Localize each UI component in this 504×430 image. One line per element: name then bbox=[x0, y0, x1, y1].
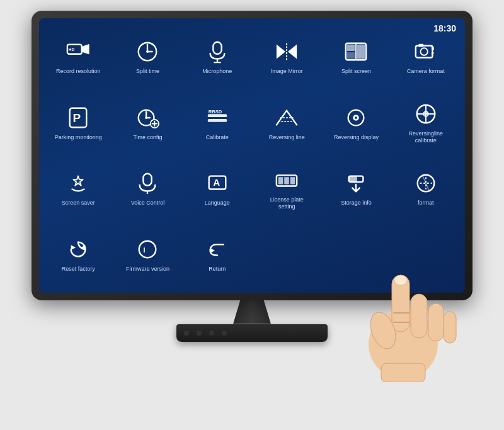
menu-item-voice-control[interactable]: Voice Control bbox=[113, 156, 181, 221]
menu-item-storage-info[interactable]: Storage info bbox=[322, 156, 390, 221]
time-config-icon bbox=[134, 104, 161, 132]
menu-label-time-config: Time config bbox=[133, 134, 162, 141]
menu-item-camera-format[interactable]: NPCamera format bbox=[392, 25, 460, 89]
monitor-wrapper: 18:30 HDRecord resolutionSplit timeMicro… bbox=[25, 11, 479, 420]
menu-label-parking-monitoring: Parking monitoring bbox=[55, 134, 102, 141]
menu-item-calibrate[interactable]: RBSDCalibrate bbox=[183, 90, 251, 155]
license-plate-icon bbox=[273, 166, 301, 194]
menu-item-parking-monitoring[interactable]: PParking monitoring bbox=[44, 90, 112, 155]
firmware-icon: i bbox=[134, 235, 161, 263]
svg-rect-51 bbox=[278, 177, 284, 184]
menu-grid: HDRecord resolutionSplit timeMicrophoneI… bbox=[39, 18, 465, 293]
svg-point-41 bbox=[355, 116, 358, 119]
menu-label-language: Language bbox=[205, 200, 230, 207]
format-icon bbox=[412, 169, 440, 197]
camera-format-icon: NP bbox=[412, 38, 440, 65]
menu-label-calibrate: Calibrate bbox=[206, 134, 229, 141]
svg-marker-60 bbox=[71, 245, 76, 250]
menu-label-split-time: Split time bbox=[136, 68, 159, 75]
svg-rect-20 bbox=[418, 44, 423, 47]
storage-info-icon bbox=[342, 169, 370, 197]
svg-marker-11 bbox=[288, 45, 297, 59]
image-mirror-icon bbox=[273, 38, 301, 65]
svg-text:i: i bbox=[144, 246, 146, 254]
svg-rect-7 bbox=[213, 42, 221, 54]
menu-item-record-resolution[interactable]: HDRecord resolution bbox=[44, 25, 112, 89]
menu-label-voice-control: Voice Control bbox=[131, 200, 165, 207]
reversing-display-icon bbox=[342, 104, 370, 132]
microphone-icon bbox=[203, 38, 231, 65]
menu-label-format: format bbox=[418, 200, 434, 207]
menu-item-split-screen[interactable]: Split screen bbox=[322, 25, 390, 89]
menu-label-camera-format: Camera format bbox=[407, 68, 445, 75]
monitor-neck bbox=[233, 299, 271, 324]
svg-rect-67 bbox=[411, 294, 427, 338]
parking-icon: P bbox=[64, 104, 92, 132]
svg-rect-33 bbox=[208, 119, 227, 122]
menu-item-return[interactable]: Return bbox=[183, 222, 251, 286]
menu-item-format[interactable]: format bbox=[392, 156, 460, 221]
menu-label-split-screen: Split screen bbox=[341, 68, 371, 75]
menu-label-reset-factory: Reset factory bbox=[62, 266, 95, 273]
svg-point-19 bbox=[420, 48, 427, 55]
menu-item-reset-factory[interactable]: Reset factory bbox=[44, 222, 112, 286]
svg-rect-68 bbox=[428, 303, 444, 341]
svg-rect-53 bbox=[290, 177, 295, 184]
menu-label-storage-info: Storage info bbox=[341, 200, 372, 207]
reversing-line-icon bbox=[273, 104, 301, 132]
svg-point-70 bbox=[366, 308, 400, 352]
menu-item-reversing-line[interactable]: Reversing line bbox=[253, 90, 321, 155]
menu-item-screen-saver[interactable]: Screen saver bbox=[44, 156, 112, 221]
menu-label-license-plate: License plate setting bbox=[261, 196, 312, 210]
svg-rect-18 bbox=[416, 46, 433, 58]
split-screen-icon bbox=[342, 38, 370, 65]
return-icon bbox=[203, 235, 231, 263]
menu-item-license-plate[interactable]: License plate setting bbox=[253, 156, 321, 221]
monitor-screen: 18:30 HDRecord resolutionSplit timeMicro… bbox=[39, 18, 465, 293]
svg-text:A: A bbox=[213, 177, 220, 188]
menu-label-reversing-line: Reversing line bbox=[269, 134, 305, 141]
menu-item-language[interactable]: ALanguage bbox=[183, 156, 251, 221]
svg-marker-10 bbox=[277, 45, 285, 59]
menu-label-microphone: Microphone bbox=[202, 68, 232, 75]
svg-rect-46 bbox=[144, 174, 152, 186]
svg-text:P: P bbox=[73, 111, 81, 124]
language-icon: A bbox=[203, 169, 231, 197]
menu-item-split-time[interactable]: Split time bbox=[113, 25, 181, 89]
menu-label-firmware-version: Firmware version bbox=[126, 266, 169, 273]
menu-label-image-mirror: Image Mirror bbox=[271, 68, 303, 75]
time-display: 18:30 bbox=[433, 23, 456, 33]
menu-label-reversing-display: Reversing display bbox=[334, 134, 379, 141]
calibrate-icon: RBSD bbox=[203, 104, 231, 132]
svg-point-6 bbox=[147, 50, 149, 53]
menu-item-microphone[interactable]: Microphone bbox=[183, 25, 251, 89]
svg-rect-69 bbox=[444, 312, 456, 343]
monitor-bezel: 18:30 HDRecord resolutionSplit timeMicro… bbox=[32, 11, 472, 300]
menu-label-return: Return bbox=[209, 266, 226, 273]
svg-rect-17 bbox=[357, 45, 365, 59]
reversingline-calibrate-icon bbox=[412, 100, 440, 128]
menu-item-image-mirror[interactable]: Image Mirror bbox=[253, 25, 321, 89]
split-time-icon bbox=[134, 38, 161, 65]
monitor-base bbox=[176, 324, 328, 342]
svg-text:HD: HD bbox=[69, 47, 75, 52]
menu-label-reversingline-calibrate: Reversingline calibrate bbox=[401, 130, 451, 144]
menu-item-time-config[interactable]: Time config bbox=[113, 90, 181, 155]
hd-record-icon: HD bbox=[64, 38, 92, 65]
voice-control-icon bbox=[134, 169, 161, 197]
svg-rect-16 bbox=[347, 52, 355, 59]
svg-text:P: P bbox=[431, 52, 434, 56]
svg-point-62 bbox=[139, 241, 156, 258]
menu-label-record-resolution: Record resolution bbox=[56, 68, 101, 75]
screen-saver-icon bbox=[64, 169, 92, 197]
menu-item-reversing-display[interactable]: Reversing display bbox=[322, 90, 390, 155]
svg-marker-2 bbox=[82, 45, 89, 54]
svg-text:RBSD: RBSD bbox=[209, 109, 222, 115]
svg-line-36 bbox=[287, 110, 297, 125]
menu-item-firmware-version[interactable]: iFirmware version bbox=[113, 222, 181, 286]
svg-point-28 bbox=[146, 116, 148, 119]
svg-rect-15 bbox=[347, 45, 355, 51]
svg-rect-52 bbox=[284, 177, 289, 184]
svg-point-65 bbox=[369, 310, 438, 379]
menu-item-reversingline-calibrate[interactable]: Reversingline calibrate bbox=[392, 90, 460, 155]
